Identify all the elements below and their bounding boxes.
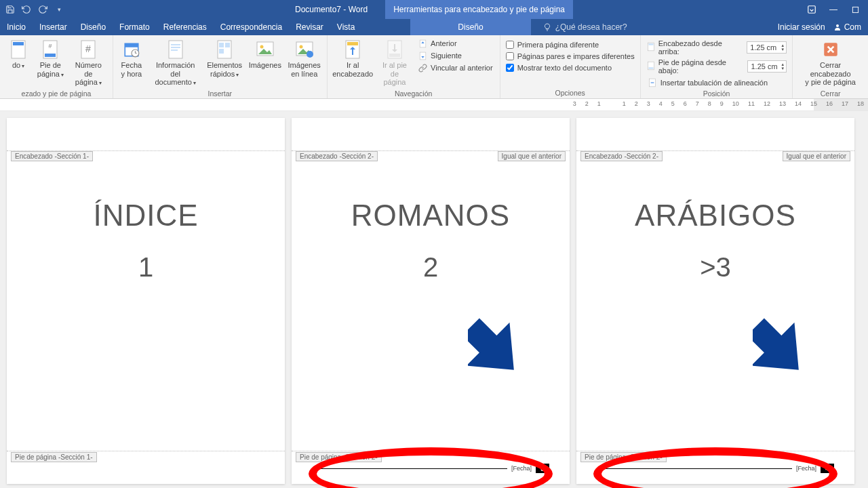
- tab-vista[interactable]: Vista: [330, 19, 361, 35]
- doc-info-button[interactable]: Información del documento▾: [150, 38, 201, 88]
- redo-icon[interactable]: [38, 5, 47, 14]
- group-insertar: Fecha y hora Información del documento▾ …: [113, 35, 328, 98]
- ribbon-options-icon[interactable]: [807, 5, 816, 14]
- page-number-icon: #: [78, 39, 98, 60]
- tab-formato[interactable]: Formato: [113, 19, 157, 35]
- svg-rect-16: [171, 44, 180, 45]
- group-label: Opciones: [506, 87, 635, 97]
- undo-icon[interactable]: [22, 5, 31, 14]
- page-number-button[interactable]: # Número de página▾: [70, 38, 107, 88]
- tabs-right: Iniciar sesión Com: [778, 19, 868, 35]
- horizontal-ruler[interactable]: 3 2 1 1 2 3 4 5 6 7 8 9 10 11 12 13 14 1…: [0, 99, 868, 111]
- maximize-icon[interactable]: [850, 5, 860, 14]
- document-title-area: Documento7 - Word Herramientas para enca…: [295, 0, 573, 19]
- group-cerrar: Cerrar encabezado y pie de página Cerrar: [793, 35, 868, 98]
- images-button[interactable]: Imágenes: [248, 38, 282, 71]
- page-title: ÍNDICE: [7, 199, 285, 232]
- ribbon: do▾ # Pie de página▾ # Número de página▾…: [0, 35, 868, 99]
- close-header-footer-button[interactable]: Cerrar encabezado y pie de página: [798, 38, 863, 88]
- page-2[interactable]: Encabezado -Sección 2- Igual que el ante…: [292, 118, 570, 484]
- different-first-page-checkbox[interactable]: Primera página diferente: [506, 41, 635, 49]
- page-body: ROMANOS 2: [292, 199, 570, 283]
- datetime-button[interactable]: Fecha y hora: [119, 38, 144, 79]
- header-section-tag: Encabezado -Sección 2-: [580, 151, 663, 161]
- calendar-icon: [121, 39, 142, 60]
- save-icon[interactable]: [5, 5, 15, 14]
- document-title: Documento7 - Word: [295, 5, 368, 14]
- annotation-arrow-icon: [753, 318, 814, 379]
- group-opciones: Primera página diferente Páginas pares e…: [500, 35, 641, 98]
- svg-rect-4: [13, 42, 24, 45]
- online-image-icon: [294, 39, 315, 60]
- svg-rect-21: [225, 43, 230, 47]
- tab-inicio[interactable]: Inicio: [0, 19, 33, 35]
- goto-footer-icon: [384, 39, 405, 60]
- image-icon: [255, 39, 275, 60]
- header-from-top-row: Encabezado desde arriba: 1.25 cm▲▼: [646, 39, 787, 56]
- previous-button[interactable]: Anterior: [416, 38, 494, 49]
- svg-rect-1: [852, 7, 858, 12]
- close-icon: [821, 39, 841, 60]
- user-icon: [833, 23, 842, 31]
- document-area[interactable]: Encabezado -Sección 1- ÍNDICE 1 Pie de p…: [0, 111, 868, 488]
- tab-insertar[interactable]: Insertar: [33, 19, 74, 35]
- page-1[interactable]: Encabezado -Sección 1- ÍNDICE 1 Pie de p…: [7, 118, 285, 484]
- next-button[interactable]: Siguiente: [416, 50, 494, 61]
- goto-header-icon: [342, 39, 363, 60]
- group-navegacion: Ir al encabezado Ir al pie de página Ant…: [328, 35, 500, 98]
- online-images-button[interactable]: Imágenes en línea: [288, 38, 321, 79]
- group-label: Cerrar: [798, 88, 863, 98]
- share-button[interactable]: Com: [833, 22, 861, 32]
- link-icon: [418, 63, 427, 73]
- svg-rect-11: [125, 43, 138, 47]
- tab-diseno[interactable]: Diseño: [74, 19, 113, 35]
- footer-button[interactable]: # Pie de página▾: [37, 38, 64, 79]
- odd-even-pages-checkbox[interactable]: Páginas pares e impares diferentes: [506, 52, 635, 60]
- signin-link[interactable]: Iniciar sesión: [778, 22, 825, 32]
- svg-rect-0: [808, 6, 816, 14]
- footer-from-bottom-row: Pie de página desde abajo: 1.25 cm▲▼: [646, 58, 787, 75]
- svg-text:#: #: [85, 43, 91, 54]
- bulb-icon: [543, 23, 551, 31]
- contextual-tab-title: Herramientas para encabezado y pie de pá…: [385, 0, 573, 19]
- minimize-icon[interactable]: —: [829, 5, 838, 14]
- svg-rect-31: [347, 42, 358, 45]
- footer-icon: #: [40, 39, 60, 60]
- svg-rect-17: [171, 47, 180, 48]
- footer-from-bottom-spinner[interactable]: 1.25 cm▲▼: [747, 60, 787, 73]
- group-label: Navegación: [333, 88, 494, 98]
- header-top-icon: [646, 42, 656, 53]
- header-from-top-spinner[interactable]: 1.25 cm▲▼: [747, 41, 787, 54]
- svg-point-12: [132, 49, 139, 57]
- tab-revisar[interactable]: Revisar: [289, 19, 330, 35]
- page-title: ROMANOS: [292, 199, 570, 232]
- svg-point-24: [260, 45, 263, 49]
- group-label: Posición: [646, 88, 787, 98]
- tab-correspondencia[interactable]: Correspondencia: [214, 19, 289, 35]
- titlebar: ▾ Documento7 - Word Herramientas para en…: [0, 0, 868, 19]
- header-section-tag: Encabezado -Sección 1-: [11, 151, 93, 161]
- qat-customize-icon[interactable]: ▾: [54, 5, 64, 14]
- up-icon: [418, 39, 427, 48]
- svg-rect-40: [420, 52, 426, 60]
- svg-point-27: [299, 45, 302, 49]
- goto-footer-button: Ir al pie de página: [378, 38, 411, 88]
- footer-boundary: [7, 451, 285, 451]
- show-doc-text-checkbox[interactable]: Mostrar texto del documento: [506, 64, 635, 72]
- svg-rect-6: [45, 54, 56, 57]
- page-subtitle: 1: [7, 252, 285, 283]
- quick-parts-button[interactable]: Elementos rápidos▾: [206, 38, 242, 79]
- goto-header-button[interactable]: Ir al encabezado: [333, 38, 373, 79]
- link-previous-button[interactable]: Vincular al anterior: [416, 62, 494, 73]
- tell-me-search[interactable]: ¿Qué desea hacer?: [531, 19, 778, 35]
- header-button[interactable]: do▾: [5, 38, 31, 71]
- page-3[interactable]: Encabezado -Sección 2- Igual que el ante…: [576, 118, 854, 484]
- insert-alignment-tab-button[interactable]: Insertar tabulación de alineación: [646, 77, 787, 88]
- svg-rect-20: [219, 43, 224, 47]
- same-as-previous-tag: Igual que el anterior: [498, 151, 566, 161]
- svg-text:#: #: [49, 43, 52, 49]
- tab-referencias[interactable]: Referencias: [157, 19, 214, 35]
- header-section-tag: Encabezado -Sección 2-: [296, 151, 378, 161]
- tab-contextual-diseno[interactable]: Diseño: [410, 19, 530, 35]
- svg-rect-45: [648, 67, 653, 68]
